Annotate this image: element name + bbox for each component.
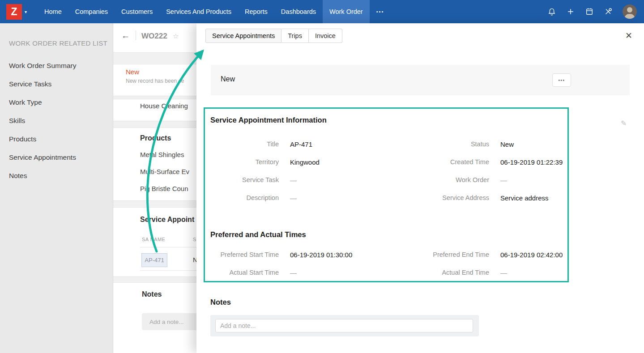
- service-appointments-section-header: Service Appoint: [140, 216, 194, 224]
- record-status-text: New: [126, 68, 139, 76]
- sidebar-item-service-appointments[interactable]: Service Appointments: [9, 148, 109, 166]
- tab-trips[interactable]: Trips: [281, 29, 309, 43]
- sidebar-item-products[interactable]: Products: [9, 130, 109, 148]
- field-value: AP-471: [290, 140, 312, 148]
- section-gap: [113, 121, 196, 128]
- nav-more-menu[interactable]: •••: [370, 0, 391, 23]
- star-icon[interactable]: ☆: [173, 32, 179, 40]
- info-fields-right: Status New Created Time 06-19-2019 01:22…: [402, 135, 635, 207]
- avatar-image: [623, 4, 637, 19]
- back-arrow-icon[interactable]: ←: [121, 31, 130, 41]
- detail-tabs: Service Appointments Trips Invoice: [205, 29, 342, 43]
- edit-pencil-icon[interactable]: ✎: [621, 119, 627, 128]
- product-list-item[interactable]: Pig Bristle Coun: [140, 185, 188, 192]
- tab-invoice[interactable]: Invoice: [309, 29, 342, 43]
- field-label: Preferred End Time: [402, 251, 489, 258]
- page: Z ▾ Home Companies Customers Services An…: [0, 0, 644, 353]
- top-nav-bar: Z ▾ Home Companies Customers Services An…: [0, 0, 644, 23]
- field-label: Status: [402, 140, 489, 148]
- section-gap: [113, 276, 196, 283]
- times-fields-right: Preferred End Time 06-19-2019 02:42:00 A…: [402, 246, 635, 281]
- field-value: New: [500, 140, 514, 148]
- field-label: Service Task: [209, 176, 279, 183]
- work-order-title: WO222: [141, 32, 167, 41]
- nav-item-reports[interactable]: Reports: [238, 0, 274, 23]
- chevron-down-icon[interactable]: ▾: [25, 9, 27, 14]
- info-section-title: Service Appointment Information: [210, 116, 327, 124]
- field-label: Created Time: [402, 158, 489, 166]
- field-row: Created Time 06-19-2019 01:22:39: [402, 153, 635, 171]
- field-row: Work Order —: [402, 171, 635, 189]
- field-row: Actual End Time —: [402, 264, 635, 281]
- field-row: Preferred End Time 06-19-2019 02:42:00: [402, 246, 635, 264]
- calendar-icon[interactable]: [585, 7, 594, 16]
- add-note-input[interactable]: Add a note...: [142, 313, 196, 330]
- field-label: Actual End Time: [402, 269, 489, 276]
- user-avatar[interactable]: [623, 4, 637, 19]
- field-label: Service Address: [402, 194, 489, 201]
- work-order-record-panel: ← WO222 ☆ New New record has been ce Hou…: [113, 23, 196, 353]
- field-value: 06-19-2019 02:42:00: [500, 251, 563, 259]
- appointment-link-ap-471[interactable]: AP-471: [141, 253, 167, 267]
- tools-icon[interactable]: [604, 7, 613, 16]
- product-list-item[interactable]: Multi-Surface Ev: [140, 168, 189, 175]
- field-row: Service Task —: [209, 171, 401, 189]
- field-label: Preferred Start Time: [209, 251, 279, 258]
- field-row: Title AP-471: [209, 135, 401, 153]
- tab-service-appointments[interactable]: Service Appointments: [205, 29, 281, 43]
- field-value: —: [290, 269, 297, 276]
- field-row: Actual Start Time —: [209, 264, 401, 281]
- sidebar-title: WORK ORDER RELATED LIST: [9, 39, 107, 47]
- products-section-header: Products: [140, 134, 171, 142]
- field-value: Service address: [500, 194, 549, 202]
- nav-item-companies[interactable]: Companies: [68, 0, 115, 23]
- appointment-status-cell: N: [193, 256, 196, 264]
- more-actions-button[interactable]: •••: [552, 73, 571, 87]
- field-row: Service Address Service address: [402, 189, 635, 207]
- nav-item-home[interactable]: Home: [38, 0, 68, 23]
- app-logo[interactable]: Z: [6, 4, 22, 20]
- field-value: —: [290, 176, 297, 184]
- plus-icon[interactable]: [566, 7, 575, 16]
- section-gap: [113, 96, 196, 99]
- times-fields-left: Preferred Start Time 06-19-2019 01:30:00…: [209, 246, 401, 281]
- field-row: Description —: [209, 189, 401, 207]
- info-fields-left: Title AP-471 Territory Kingwood Service …: [209, 135, 401, 207]
- appointment-status-strip: New •••: [211, 65, 630, 95]
- bell-icon[interactable]: [547, 7, 556, 16]
- field-label: Description: [209, 194, 279, 201]
- nav-right-icons: [547, 4, 637, 19]
- table-row-divider: [140, 270, 196, 271]
- notes-section-title: Notes: [210, 298, 231, 306]
- table-header-divider: [140, 247, 196, 247]
- field-value: —: [290, 194, 297, 202]
- times-section-title: Preferred and Actual Times: [210, 230, 306, 239]
- table-header-sa-name: SA NAME: [142, 237, 165, 242]
- sidebar-item-notes[interactable]: Notes: [9, 166, 109, 185]
- sidebar-item-work-order-summary[interactable]: Work Order Summary: [9, 56, 109, 75]
- product-list-item[interactable]: Metal Shingles: [140, 151, 184, 158]
- field-value: 06-19-2019 01:22:39: [500, 158, 563, 166]
- nav-item-work-order[interactable]: Work Order: [323, 0, 370, 23]
- field-row: Preferred Start Time 06-19-2019 01:30:00: [209, 246, 401, 264]
- nav-item-dashboards[interactable]: Dashboards: [274, 0, 323, 23]
- field-value: 06-19-2019 01:30:00: [290, 251, 352, 259]
- appointment-status-label: New: [221, 75, 235, 83]
- nav-items: Home Companies Customers Services And Pr…: [38, 0, 391, 23]
- work-type-value[interactable]: House Cleaning: [140, 102, 188, 110]
- field-label: Actual Start Time: [209, 269, 279, 276]
- sidebar-item-service-tasks[interactable]: Service Tasks: [9, 75, 109, 93]
- notes-section-header: Notes: [142, 290, 162, 298]
- nav-item-services-and-products[interactable]: Services And Products: [159, 0, 238, 23]
- close-icon[interactable]: ✕: [625, 31, 632, 40]
- nav-item-customers[interactable]: Customers: [115, 0, 159, 23]
- sidebar-item-skills[interactable]: Skills: [9, 111, 109, 130]
- field-label: Title: [209, 140, 279, 148]
- service-appointment-detail-panel: Service Appointments Trips Invoice ✕ New…: [196, 23, 644, 353]
- sidebar-item-work-type[interactable]: Work Type: [9, 93, 109, 111]
- field-row: Status New: [402, 135, 635, 153]
- field-label: Territory: [209, 158, 279, 166]
- record-status-subtext: New record has been ce: [126, 78, 184, 84]
- add-note-input[interactable]: [215, 319, 473, 332]
- section-gap: [113, 52, 196, 64]
